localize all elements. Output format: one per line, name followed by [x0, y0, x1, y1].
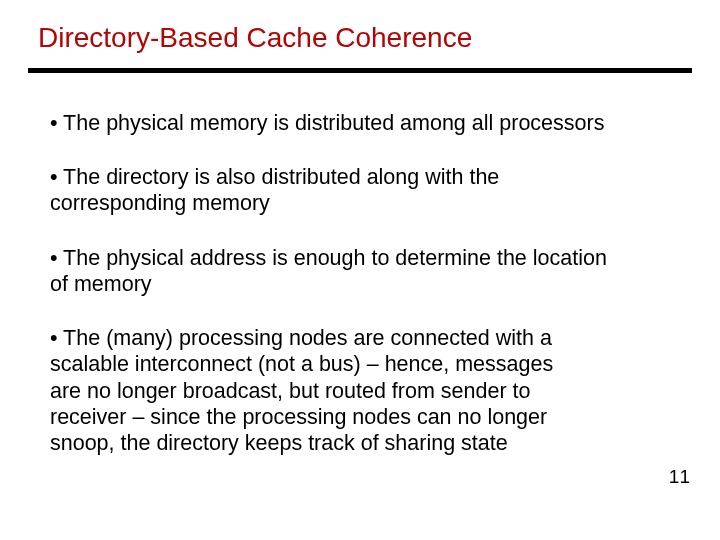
bullet-interconnect: • The (many) processing nodes are connec…: [50, 325, 675, 456]
bullet-memory-distributed: • The physical memory is distributed amo…: [50, 110, 675, 136]
slide: Directory-Based Cache Coherence • The ph…: [0, 0, 720, 540]
bullet-physical-address: • The physical address is enough to dete…: [50, 245, 675, 297]
bullet-directory-distributed: • The directory is also distributed alon…: [50, 164, 675, 216]
slide-body: • The physical memory is distributed amo…: [50, 110, 675, 456]
slide-title: Directory-Based Cache Coherence: [38, 22, 472, 54]
title-underline: [28, 68, 692, 73]
page-number: 11: [669, 466, 690, 488]
